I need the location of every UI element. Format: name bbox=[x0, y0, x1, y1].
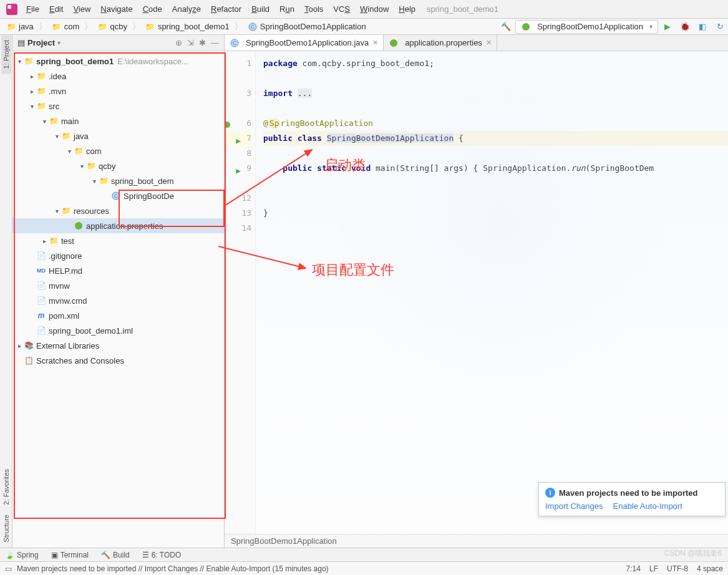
tab-label: SpringBootDemo1Application.java bbox=[246, 38, 369, 47]
tree-label: test bbox=[61, 236, 74, 246]
tool-label: 6: TODO bbox=[152, 551, 182, 559]
menu-code[interactable]: Code bbox=[138, 2, 167, 16]
menu-window[interactable]: Window bbox=[355, 2, 394, 16]
breadcrumb-qcby[interactable]: 📁qcby bbox=[94, 22, 130, 32]
window-project-name: spring_boot_demo1 bbox=[427, 4, 498, 14]
tree-main[interactable]: ▾📁main bbox=[12, 114, 224, 128]
file-icon: 📄 bbox=[36, 251, 46, 261]
tool-terminal[interactable]: ▣Terminal bbox=[51, 551, 89, 559]
tree-src[interactable]: ▾📁src bbox=[12, 99, 224, 114]
file-encoding[interactable]: UTF-8 bbox=[667, 564, 688, 573]
menu-refactor[interactable]: Refactor bbox=[206, 2, 246, 16]
menu-edit[interactable]: Edit bbox=[44, 2, 68, 16]
chevron-down-icon[interactable]: ▾ bbox=[57, 39, 61, 46]
code-editor[interactable]: 1 3 6 7▶ 8 9▶ 12 13 14 package com.qcby.… bbox=[225, 51, 728, 548]
tree-package[interactable]: ▾📁spring_boot_dem bbox=[12, 173, 224, 188]
menu-navigate[interactable]: Navigate bbox=[95, 2, 137, 16]
toolstrip-favorites[interactable]: 2: Favorites bbox=[1, 464, 11, 510]
import-changes-link[interactable]: Import Changes bbox=[545, 501, 603, 511]
run-config-selector[interactable]: SpringBootDemo1Application ▾ bbox=[515, 20, 658, 34]
menu-vcs[interactable]: VCS bbox=[328, 2, 355, 16]
menu-view[interactable]: View bbox=[68, 2, 95, 16]
tree-path: E:\ideaworkspace... bbox=[117, 57, 188, 66]
tool-spring[interactable]: 🍃Spring bbox=[5, 551, 39, 559]
breadcrumb-class[interactable]: CSpringBootDemo1Application bbox=[244, 22, 370, 32]
file-icon: 📄 bbox=[36, 326, 46, 336]
menu-analyze[interactable]: Analyze bbox=[167, 2, 206, 16]
enable-auto-import-link[interactable]: Enable Auto-Import bbox=[613, 501, 682, 511]
build-icon[interactable]: 🔨 bbox=[500, 21, 512, 32]
menu-file[interactable]: FFileile bbox=[21, 2, 44, 16]
status-events-icon[interactable]: ▭ bbox=[5, 564, 12, 573]
menu-help[interactable]: Help bbox=[394, 2, 420, 16]
tree-label: spring_boot_demo1 bbox=[36, 57, 114, 66]
code-content[interactable]: package com.qcby.spring_boot_demo1; impo… bbox=[256, 51, 728, 548]
tree-qcby[interactable]: ▾📁qcby bbox=[12, 158, 224, 173]
breadcrumb-java[interactable]: 📁java bbox=[2, 22, 37, 32]
run-gutter-icon[interactable]: ▶ bbox=[232, 163, 241, 172]
tree-pom[interactable]: mpom.xml bbox=[12, 308, 224, 323]
hide-icon[interactable]: — bbox=[211, 38, 219, 47]
gutter[interactable]: 1 3 6 7▶ 8 9▶ 12 13 14 bbox=[225, 51, 256, 548]
tree-mvnw-cmd[interactable]: 📄mvnw.cmd bbox=[12, 293, 224, 308]
tree-mvn[interactable]: ▸📁.mvn bbox=[12, 84, 224, 99]
tree-resources[interactable]: ▾📁resources bbox=[12, 203, 224, 218]
tab-app-java[interactable]: C SpringBootDemo1Application.java ✕ bbox=[225, 35, 384, 51]
coverage-icon[interactable]: ◧ bbox=[697, 21, 708, 32]
tree-app-class[interactable]: CSpringBootDe bbox=[12, 188, 224, 203]
run-gutter-icon[interactable]: ▶ bbox=[232, 133, 241, 142]
panel-header: ▤ Project ▾ ⊕ ⇲ ✱ — bbox=[12, 35, 224, 51]
tree-com[interactable]: ▾📁com bbox=[12, 143, 224, 158]
tree-app-properties[interactable]: application.properties bbox=[12, 218, 224, 233]
spring-gutter-icon[interactable] bbox=[225, 118, 231, 127]
navigation-bar: 📁java 〉 📁com 〉 📁qcby 〉 📁spring_boot_demo… bbox=[0, 19, 728, 35]
collapse-icon[interactable]: ⇲ bbox=[187, 38, 194, 47]
tree-idea[interactable]: ▸📁.idea bbox=[12, 69, 224, 84]
profile-icon[interactable]: ↻ bbox=[714, 21, 726, 32]
line-separator[interactable]: LF bbox=[649, 564, 658, 573]
editor-breadcrumb[interactable]: SpringBootDemo1Application bbox=[225, 534, 728, 548]
tree-test[interactable]: ▸📁test bbox=[12, 233, 224, 248]
tree-label: .idea bbox=[49, 72, 66, 81]
tree-root[interactable]: ▾📁spring_boot_demo1E:\ideaworkspace... bbox=[12, 54, 224, 69]
project-tree[interactable]: ▾📁spring_boot_demo1E:\ideaworkspace... ▸… bbox=[12, 51, 224, 548]
locate-icon[interactable]: ⊕ bbox=[175, 38, 182, 47]
tool-todo[interactable]: ☰6: TODO bbox=[142, 551, 182, 559]
tree-java[interactable]: ▾📁java bbox=[12, 128, 224, 143]
left-tool-strip: 1: Project 2: Favorites Structure bbox=[0, 35, 12, 548]
popup-title: Maven projects need to be imported bbox=[559, 488, 698, 498]
tree-label: .mvn bbox=[49, 87, 66, 96]
debug-icon[interactable]: 🐞 bbox=[679, 21, 691, 32]
menu-run[interactable]: Run bbox=[274, 2, 299, 16]
file-icon: 📄 bbox=[36, 296, 46, 306]
toolstrip-structure[interactable]: Structure bbox=[1, 510, 11, 548]
tree-mvnw[interactable]: 📄mvnw bbox=[12, 278, 224, 293]
tree-gitignore[interactable]: 📄.gitignore bbox=[12, 248, 224, 263]
app-icon bbox=[6, 4, 17, 15]
menu-tools[interactable]: Tools bbox=[299, 2, 328, 16]
tree-scratches[interactable]: 📋Scratches and Consoles bbox=[12, 353, 224, 368]
breadcrumb-label: SpringBootDemo1Application bbox=[260, 22, 366, 31]
tool-build[interactable]: 🔨Build bbox=[101, 551, 130, 559]
menu-build[interactable]: Build bbox=[246, 2, 274, 16]
tree-help-md[interactable]: MDHELP.md bbox=[12, 263, 224, 278]
breadcrumb-com[interactable]: 📁com bbox=[48, 22, 84, 32]
status-bar: ▭ Maven projects need to be imported // … bbox=[0, 561, 728, 575]
tree-iml[interactable]: 📄spring_boot_demo1.iml bbox=[12, 323, 224, 338]
caret-position[interactable]: 7:14 bbox=[626, 564, 641, 573]
info-icon: i bbox=[545, 488, 555, 498]
svg-text:C: C bbox=[233, 40, 237, 46]
toolstrip-project[interactable]: 1: Project bbox=[1, 35, 11, 74]
breadcrumb-package[interactable]: 📁spring_boot_demo1 bbox=[142, 22, 233, 32]
close-icon[interactable]: ✕ bbox=[486, 39, 492, 47]
settings-icon[interactable]: ✱ bbox=[199, 38, 206, 47]
indent-settings[interactable]: 4 space bbox=[697, 564, 723, 573]
status-message[interactable]: Maven projects need to be imported // Im… bbox=[17, 564, 329, 573]
tab-app-properties[interactable]: application.properties ✕ bbox=[384, 35, 497, 51]
run-icon[interactable]: ▶ bbox=[662, 21, 673, 32]
tab-label: application.properties bbox=[405, 38, 482, 47]
tree-external-libs[interactable]: ▸📚External Libraries bbox=[12, 338, 224, 353]
close-icon[interactable]: ✕ bbox=[372, 39, 378, 47]
tree-label: External Libraries bbox=[36, 341, 99, 350]
svg-point-10 bbox=[390, 39, 397, 47]
